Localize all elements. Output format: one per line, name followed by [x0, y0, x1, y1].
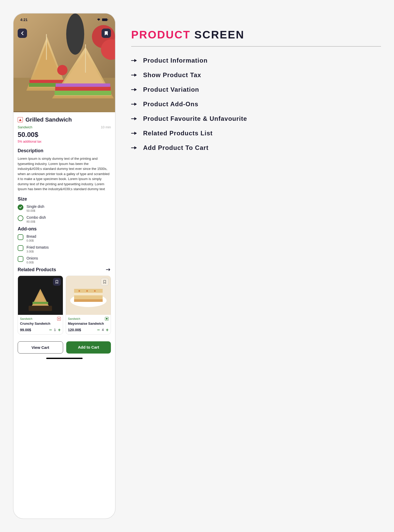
- radio-unselected-icon: [18, 215, 23, 221]
- arrow-icon: [131, 58, 137, 63]
- home-indicator: [46, 358, 83, 359]
- addon-price: 3.00$: [26, 250, 49, 253]
- status-time: 4:21: [20, 18, 28, 22]
- svg-rect-22: [32, 302, 48, 304]
- svg-point-18: [57, 65, 68, 75]
- favourite-button[interactable]: [102, 29, 111, 38]
- feature-text: Related Products List: [143, 130, 213, 137]
- svg-marker-38: [134, 132, 137, 135]
- svg-marker-33: [134, 59, 137, 62]
- arrow-icon: [131, 146, 137, 150]
- card-price: 120.00$: [68, 328, 81, 332]
- svg-rect-1: [108, 19, 108, 20]
- battery-icon: [102, 18, 108, 21]
- feature-text: Product Add-Ons: [143, 101, 198, 108]
- addon-label: Fried tomatos: [26, 245, 49, 249]
- addon-price: 0.00$: [26, 261, 38, 264]
- svg-point-32: [94, 290, 96, 292]
- size-option-label: Single dish: [26, 204, 44, 209]
- addon-option[interactable]: Onions 0.00$: [18, 256, 111, 264]
- veg-badge-icon: [105, 317, 109, 321]
- svg-rect-14: [55, 87, 111, 91]
- feature-item: Add Product To Cart: [131, 144, 381, 151]
- arrow-icon: [131, 88, 137, 92]
- status-bar: 4:21: [14, 14, 115, 23]
- arrow-icon: [131, 131, 137, 135]
- svg-marker-39: [134, 146, 137, 149]
- addon-label: Onions: [26, 256, 38, 260]
- feature-text: Product Information: [143, 57, 208, 64]
- svg-rect-0: [102, 18, 107, 21]
- features-title: PRODUCT SCREEN: [131, 29, 381, 41]
- product-hero-image: [14, 14, 115, 112]
- addons-heading: Add-ons: [18, 226, 111, 232]
- bookmark-icon: [104, 31, 108, 35]
- tax-note: 5% additional tax: [18, 140, 111, 143]
- arrow-icon: [131, 73, 137, 77]
- svg-rect-10: [29, 80, 64, 83]
- checkbox-icon: [18, 245, 23, 251]
- addon-label: Bread: [26, 234, 36, 238]
- addon-option[interactable]: Fried tomatos 3.00$: [18, 245, 111, 253]
- size-option[interactable]: Single dish 50.00$: [18, 204, 111, 212]
- feature-item: Product Favourite & Unfavourite: [131, 115, 381, 122]
- feature-item: Product Add-Ons: [131, 101, 381, 108]
- card-image: [18, 276, 63, 315]
- divider: [131, 46, 381, 46]
- qty-plus-button[interactable]: +: [58, 328, 61, 332]
- chevron-left-icon: [21, 31, 24, 35]
- bookmark-icon: [103, 280, 106, 284]
- card-category: Sandwich: [68, 317, 81, 320]
- back-button[interactable]: [18, 29, 27, 38]
- feature-text: Show Product Tax: [143, 71, 201, 79]
- addon-option[interactable]: Bread 0.00$: [18, 234, 111, 242]
- qty-minus-button[interactable]: −: [49, 328, 52, 332]
- svg-rect-26: [74, 289, 103, 293]
- nonveg-indicator-icon: [18, 117, 23, 122]
- feature-text: Product Variation: [143, 86, 199, 93]
- qty-minus-button[interactable]: −: [97, 328, 100, 332]
- size-option-label: Combo dish: [26, 215, 46, 220]
- svg-rect-28: [74, 295, 103, 299]
- svg-point-30: [78, 290, 80, 292]
- feature-item: Product Variation: [131, 86, 381, 93]
- category-label: Sandwich: [18, 125, 32, 129]
- feature-item: Related Products List: [131, 130, 381, 137]
- qty-value: 1: [54, 328, 56, 332]
- title-dark: SCREEN: [194, 29, 244, 41]
- arrow-right-icon[interactable]: [106, 268, 111, 271]
- svg-marker-35: [134, 88, 137, 91]
- svg-rect-29: [74, 299, 103, 302]
- related-heading: Related Products: [18, 267, 56, 272]
- svg-point-31: [86, 290, 88, 292]
- card-favourite-button[interactable]: [101, 278, 109, 286]
- svg-rect-23: [29, 306, 52, 311]
- size-option-price: 80.00$: [26, 220, 46, 223]
- feature-item: Show Product Tax: [131, 71, 381, 79]
- related-product-card[interactable]: Sandwich Crunchy Sandwich 99.00$ − 1 +: [18, 276, 63, 335]
- size-option-price: 50.00$: [26, 209, 44, 212]
- qty-value: 4: [102, 328, 104, 332]
- bookmark-icon: [55, 280, 58, 284]
- card-favourite-button[interactable]: [53, 278, 61, 286]
- size-option[interactable]: Combo dish 80.00$: [18, 215, 111, 223]
- feature-item: Product Information: [131, 57, 381, 64]
- wifi-icon: [97, 18, 101, 21]
- card-title: Mayonnaise Sandwich: [68, 322, 109, 325]
- qty-plus-button[interactable]: +: [106, 328, 109, 332]
- arrow-icon: [131, 102, 137, 106]
- title-accent: PRODUCT: [131, 29, 191, 41]
- view-cart-button[interactable]: View Cart: [18, 341, 63, 354]
- product-price: 50.00$: [18, 131, 111, 139]
- svg-rect-27: [74, 293, 103, 295]
- card-image: [66, 276, 111, 315]
- add-to-cart-button[interactable]: Add to Cart: [66, 341, 111, 354]
- features-panel: PRODUCT SCREEN Product Information Show …: [131, 13, 381, 519]
- checkbox-icon: [18, 256, 23, 262]
- related-product-card[interactable]: Sandwich Mayonnaise Sandwich 120.00$ − 4…: [66, 276, 111, 335]
- prep-time-label: 10 min: [101, 125, 111, 129]
- card-title: Crunchy Sandwich: [20, 322, 61, 325]
- size-heading: Size: [18, 196, 111, 202]
- status-icons: [97, 18, 108, 22]
- feature-text: Add Product To Cart: [143, 144, 209, 151]
